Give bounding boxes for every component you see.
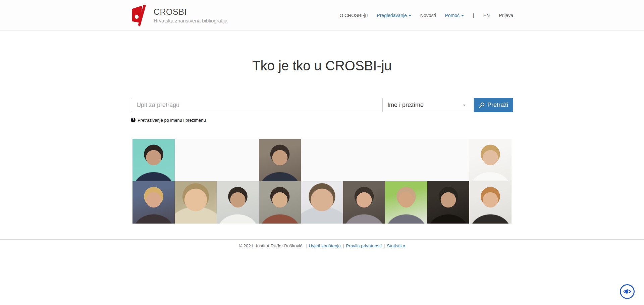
- footer-separator: |: [304, 243, 309, 248]
- nav-separator: |: [473, 13, 474, 18]
- brand-text: CROSBI Hrvatska znanstvena bibliografija: [154, 7, 227, 23]
- profile-photo[interactable]: [175, 181, 217, 224]
- page-title: Tko je tko u CROSBI-ju: [0, 59, 644, 72]
- brand-title: CROSBI: [154, 7, 227, 17]
- profile-photo[interactable]: [469, 181, 512, 224]
- profile-photo[interactable]: [427, 181, 470, 224]
- empty-grid-cell: [217, 139, 259, 181]
- nav-item-o-crosbi-ju[interactable]: O CROSBI-ju: [339, 13, 368, 18]
- eye-icon: [623, 287, 632, 296]
- search-group: Ime i prezime Pretraži: [131, 98, 513, 112]
- nav-item-novosti[interactable]: Novosti: [420, 13, 436, 18]
- caret-down-icon: [409, 15, 411, 16]
- profile-photo[interactable]: [259, 139, 301, 181]
- empty-grid-cell: [427, 139, 470, 181]
- profile-photo[interactable]: [132, 181, 175, 224]
- profile-photo[interactable]: [385, 181, 427, 224]
- copyright-text: © 2021. Institut Ruđer Bošković: [239, 243, 302, 248]
- profile-photo[interactable]: [301, 181, 343, 224]
- nav-item-prijava-label: Prijava: [499, 13, 513, 18]
- footer: © 2021. Institut Ruđer Bošković |Uvjeti …: [0, 239, 644, 248]
- profile-photo-grid: [132, 139, 512, 224]
- search-button[interactable]: Pretraži: [474, 98, 513, 112]
- search-input[interactable]: [131, 98, 383, 112]
- search-help-text: Pretraživanje po imenu i prezimenu: [138, 118, 206, 123]
- empty-grid-cell: [301, 139, 343, 181]
- main-nav: O CROSBI-juPregledavanjeNovostiPomoć|ENP…: [339, 13, 513, 18]
- nav-item-novosti-label: Novosti: [420, 13, 436, 18]
- nav-item-o-crosbi-ju-label: O CROSBI-ju: [339, 13, 368, 18]
- brand-subtitle: Hrvatska znanstvena bibliografija: [154, 18, 227, 23]
- accessibility-widget-button[interactable]: [620, 284, 635, 299]
- nav-item-pomoc-label: Pomoć: [445, 13, 460, 18]
- profile-photo[interactable]: [343, 181, 385, 224]
- search-filter-value: Ime i prezime: [387, 102, 424, 109]
- nav-item-pomoc[interactable]: Pomoć: [445, 13, 464, 18]
- profile-photo[interactable]: [132, 139, 175, 181]
- search-button-label: Pretraži: [487, 102, 508, 109]
- nav-item-prijava[interactable]: Prijava: [499, 13, 513, 18]
- nav-separator-label: |: [473, 13, 474, 18]
- chevron-down-icon: [463, 105, 466, 106]
- search-icon: [479, 102, 485, 108]
- profile-photo[interactable]: [217, 181, 259, 224]
- search-help: ? Pretraživanje po imenu i prezimenu: [131, 117, 513, 123]
- search-filter-select[interactable]: Ime i prezime: [383, 98, 474, 112]
- brand-home-link[interactable]: CROSBI Hrvatska znanstvena bibliografija: [131, 3, 227, 28]
- empty-grid-cell: [343, 139, 385, 181]
- profile-photo[interactable]: [259, 181, 301, 224]
- crosbi-logo-icon: [131, 3, 148, 28]
- nav-item-pregledavanje-label: Pregledavanje: [377, 13, 407, 18]
- footer-link[interactable]: Uvjeti korištenja: [309, 243, 340, 248]
- footer-link[interactable]: Statistika: [387, 243, 405, 248]
- empty-grid-cell: [385, 139, 427, 181]
- footer-line: © 2021. Institut Ruđer Bošković |Uvjeti …: [0, 243, 644, 248]
- question-circle-icon: ?: [131, 118, 136, 122]
- caret-down-icon: [461, 15, 464, 16]
- footer-separator: |: [382, 243, 387, 248]
- header: CROSBI Hrvatska znanstvena bibliografija…: [0, 0, 644, 31]
- footer-link[interactable]: Pravila privatnosti: [346, 243, 382, 248]
- nav-item-pregledavanje[interactable]: Pregledavanje: [377, 13, 411, 18]
- main-content: Tko je tko u CROSBI-ju Ime i prezime Pre…: [0, 31, 644, 224]
- footer-separator: |: [341, 243, 346, 248]
- profile-photo[interactable]: [469, 139, 512, 181]
- empty-grid-cell: [175, 139, 217, 181]
- nav-item-en[interactable]: EN: [483, 13, 490, 18]
- nav-item-en-label: EN: [483, 13, 490, 18]
